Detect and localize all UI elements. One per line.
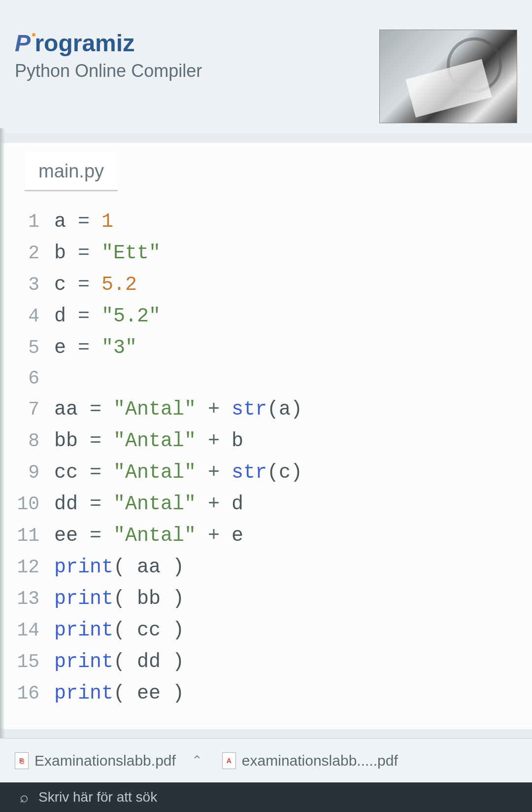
editor-tab-bar: main.py <box>0 143 532 191</box>
line-number: 16 <box>0 679 54 709</box>
pdf-icon: ⎘ <box>15 752 29 769</box>
line-number: 8 <box>0 426 54 457</box>
code-line[interactable]: 8bb = "Antal" + b <box>0 425 532 457</box>
download-item[interactable]: A examinationslabb.....pdf <box>222 752 398 769</box>
code-line[interactable]: 15print( dd ) <box>0 646 532 678</box>
line-number: 6 <box>0 364 54 394</box>
code-line[interactable]: 5e = "3" <box>0 332 532 364</box>
download-item[interactable]: ⎘ Examinationslabb.pdf ⌃ <box>15 752 202 769</box>
line-number: 14 <box>0 616 54 646</box>
line-number: 4 <box>0 302 54 332</box>
line-number: 5 <box>0 333 54 363</box>
download-filename: Examinationslabb.pdf <box>34 752 176 769</box>
download-filename: examinationslabb.....pdf <box>242 752 398 769</box>
pdf-icon: A <box>222 752 236 769</box>
code-line[interactable]: 4d = "5.2" <box>0 301 532 332</box>
line-content[interactable]: e = "3" <box>54 332 532 364</box>
code-text-area[interactable]: 1a = 12b = "Ett"3c = 5.24d = "5.2"5e = "… <box>0 191 532 709</box>
line-content[interactable]: print( bb ) <box>54 583 532 615</box>
taskbar-search-text[interactable]: Skriv här för att sök <box>38 789 157 805</box>
line-content[interactable]: a = 1 <box>54 206 532 238</box>
line-content[interactable]: aa = "Antal" + str(a) <box>54 394 532 425</box>
line-content[interactable]: cc = "Antal" + str(c) <box>54 457 532 489</box>
code-line[interactable]: 6 <box>0 364 532 394</box>
brand-area: P•rogramiz Python Online Compiler <box>15 30 202 81</box>
line-content[interactable]: print( aa ) <box>54 552 532 583</box>
downloads-bar: ⎘ Examinationslabb.pdf ⌃ A examinationsl… <box>0 738 532 782</box>
tab-main-py[interactable]: main.py <box>25 153 118 191</box>
line-number: 2 <box>0 239 54 269</box>
line-content[interactable]: print( ee ) <box>54 678 532 709</box>
search-icon[interactable]: ⌕ <box>20 789 29 806</box>
code-line[interactable]: 16print( ee ) <box>0 678 532 709</box>
code-editor: main.py 1a = 12b = "Ett"3c = 5.24d = "5.… <box>0 143 532 729</box>
line-number: 7 <box>0 395 54 425</box>
code-line[interactable]: 1a = 1 <box>0 206 532 238</box>
line-content[interactable]: print( dd ) <box>54 646 532 678</box>
app-header: P•rogramiz Python Online Compiler <box>0 0 532 133</box>
code-line[interactable]: 12print( aa ) <box>0 552 532 583</box>
line-content[interactable]: dd = "Antal" + d <box>54 489 532 520</box>
line-content[interactable]: d = "5.2" <box>54 301 532 332</box>
line-number: 3 <box>0 270 54 300</box>
code-line[interactable]: 10dd = "Antal" + d <box>0 489 532 520</box>
code-line[interactable]: 14print( cc ) <box>0 615 532 646</box>
programiz-logo[interactable]: P•rogramiz <box>15 30 202 57</box>
line-content[interactable]: bb = "Antal" + b <box>54 425 532 457</box>
code-line[interactable]: 9cc = "Antal" + str(c) <box>0 457 532 489</box>
line-content[interactable]: c = 5.2 <box>54 269 532 301</box>
line-number: 12 <box>0 553 54 583</box>
code-line[interactable]: 7aa = "Antal" + str(a) <box>0 394 532 425</box>
line-content[interactable]: print( cc ) <box>54 615 532 646</box>
line-number: 11 <box>0 521 54 551</box>
code-line[interactable]: 2b = "Ett" <box>0 238 532 269</box>
window-left-edge <box>0 128 5 738</box>
chevron-up-icon[interactable]: ⌃ <box>192 753 202 768</box>
code-line[interactable]: 13print( bb ) <box>0 583 532 615</box>
code-line[interactable]: 3c = 5.2 <box>0 269 532 301</box>
line-number: 15 <box>0 647 54 677</box>
line-content[interactable]: b = "Ett" <box>54 238 532 269</box>
line-content[interactable]: ee = "Antal" + e <box>54 520 532 552</box>
line-number: 9 <box>0 458 54 488</box>
line-number: 10 <box>0 490 54 520</box>
page-subtitle: Python Online Compiler <box>15 61 202 81</box>
line-number: 1 <box>0 207 54 237</box>
windows-taskbar[interactable]: ⌕ Skriv här för att sök <box>0 782 532 812</box>
ad-image[interactable] <box>379 30 517 123</box>
code-line[interactable]: 11ee = "Antal" + e <box>0 520 532 552</box>
line-number: 13 <box>0 584 54 614</box>
